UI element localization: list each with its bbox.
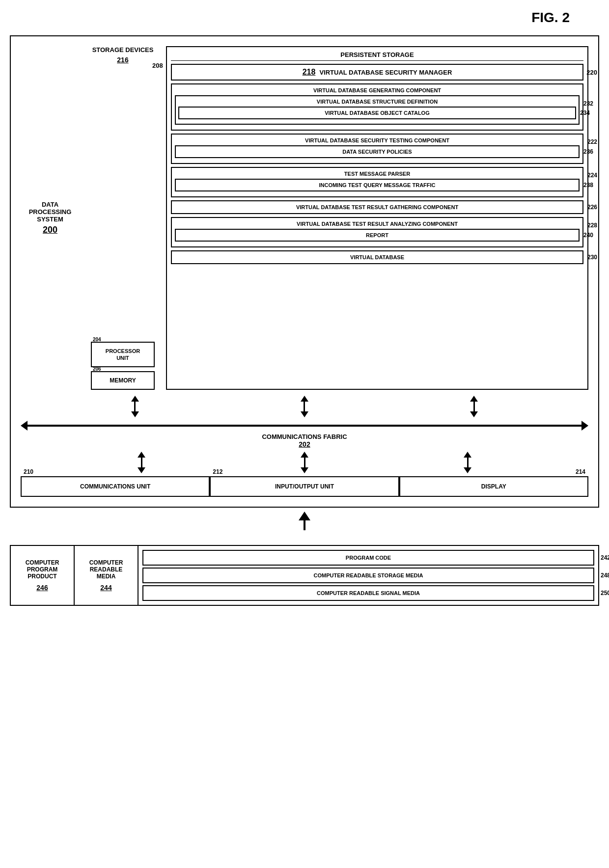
ref-248: 248 — [601, 572, 609, 579]
bottom-connector — [10, 512, 599, 530]
virtual-database-box: VIRTUAL DATABASE 230 — [171, 250, 583, 264]
memory-label: MEMORY — [110, 377, 136, 384]
vert-arrows-row — [21, 395, 588, 418]
virtual-database-label: VIRTUAL DATABASE — [175, 254, 580, 260]
processor-unit-label: PROCESSOR UNIT — [106, 348, 140, 361]
vert-arrows-bottom — [21, 451, 588, 474]
report-label: REPORT — [178, 232, 576, 238]
structure-definition-box: VIRTUAL DATABASE STRUCTURE DEFINITION VI… — [175, 95, 580, 125]
test-result-gathering-box: VIRTUAL DATABASE TEST RESULT GATHERING C… — [171, 200, 583, 214]
incoming-test-query-label: INCOMING TEST QUERY MESSAGE TRAFFIC — [178, 182, 576, 188]
test-result-gathering-label: VIRTUAL DATABASE TEST RESULT GATHERING C… — [175, 204, 580, 210]
ref-230: 230 — [587, 254, 597, 261]
crsm-label: COMPUTER READABLE STORAGE MEDIA — [314, 572, 423, 578]
object-catalog-label: VIRTUAL DATABASE OBJECT CATALOG — [182, 110, 573, 116]
ref-208: 208 — [152, 62, 163, 69]
main-content-area: DATA PROCESSING SYSTEM 200 STORAGE DEVIC… — [21, 46, 588, 390]
display-ref: 214 — [576, 468, 585, 475]
data-processing-label: DATA PROCESSING SYSTEM 200 — [21, 201, 80, 235]
processor-unit-ref: 204 — [93, 337, 101, 342]
cpp-middle-panel: COMPUTER READABLE MEDIA 244 — [75, 546, 138, 605]
persistent-storage-title: PERSISTENT STORAGE — [171, 51, 583, 61]
comm-unit-ref: 210 — [24, 468, 33, 475]
io-unit-box: 212 INPUT/OUTPUT UNIT — [210, 476, 399, 497]
cr-signal-media-box: COMPUTER READABLE SIGNAL MEDIA 250 — [142, 585, 594, 601]
incoming-test-query-box: INCOMING TEST QUERY MESSAGE TRAFFIC 238 — [175, 179, 580, 191]
comm-unit-box: 210 COMMUNICATIONS UNIT — [21, 476, 210, 497]
comm-unit-label: COMMUNICATIONS UNIT — [80, 483, 150, 490]
cpp-outer-box: COMPUTER PROGRAM PRODUCT 246 COMPUTER RE… — [10, 545, 599, 606]
ref-242: 242 — [601, 554, 609, 561]
object-catalog-box: VIRTUAL DATABASE OBJECT CATALOG 234 — [178, 107, 576, 119]
security-testing-label: VIRTUAL DATABASE SECURITY TESTING COMPON… — [175, 137, 580, 143]
test-message-parser-box: TEST MESSAGE PARSER INCOMING TEST QUERY … — [171, 167, 583, 197]
crm-ref: 244 — [100, 584, 111, 592]
comm-fabric-region: COMMUNICATIONS FABRIC 202 — [21, 395, 588, 497]
storage-devices-label: STORAGE DEVICES — [92, 46, 154, 54]
vert-arrow-3 — [470, 396, 478, 417]
dps-ref: 200 — [21, 225, 80, 235]
ref-234: 234 — [580, 109, 590, 116]
program-code-box: PROGRAM CODE 242 — [142, 550, 594, 566]
bottom-units-row: 210 COMMUNICATIONS UNIT 212 INPUT/OUTPUT… — [21, 476, 588, 497]
processor-unit-box: 204 PROCESSOR UNIT — [91, 342, 155, 367]
ref-250: 250 — [601, 590, 609, 597]
comm-fabric-arrow — [21, 421, 588, 431]
ref-228: 228 — [587, 222, 597, 229]
data-security-label: DATA SECURITY POLICIES — [178, 149, 576, 155]
ref-236: 236 — [583, 148, 593, 155]
security-manager-box: 218 VIRTUAL DATABASE SECURITY MANAGER 22… — [171, 64, 583, 81]
generating-component-box: VIRTUAL DATABASE GENERATING COMPONENT VI… — [171, 83, 583, 131]
dps-text: DATA PROCESSING SYSTEM — [29, 201, 72, 223]
memory-ref: 206 — [93, 366, 101, 372]
persistent-storage-area: PERSISTENT STORAGE 208 218 VIRTUAL DATAB… — [166, 46, 588, 390]
comm-fabric-label: COMMUNICATIONS FABRIC — [21, 433, 588, 440]
ref-232: 232 — [583, 100, 593, 107]
comm-fabric-label-block: COMMUNICATIONS FABRIC 202 — [21, 433, 588, 448]
page: FIG. 2 DATA PROCESSING SYSTEM 200 STORAG… — [10, 10, 599, 606]
structure-def-label: VIRTUAL DATABASE STRUCTURE DEFINITION — [178, 99, 576, 105]
cpp-label: COMPUTER PROGRAM PRODUCT — [17, 559, 68, 580]
security-testing-box: VIRTUAL DATABASE SECURITY TESTING COMPON… — [171, 134, 583, 164]
display-label: DISPLAY — [481, 483, 506, 490]
memory-box: 206 MEMORY — [91, 371, 155, 390]
test-result-analyzing-label: VIRTUAL DATABASE TEST RESULT ANALYZING C… — [175, 221, 580, 227]
io-unit-label: INPUT/OUTPUT UNIT — [275, 483, 334, 490]
ref-218: 218 — [303, 68, 316, 77]
storage-devices-ref: 216 — [117, 56, 128, 64]
fig-title: FIG. 2 — [10, 10, 599, 26]
comm-fabric-ref: 202 — [21, 440, 588, 448]
vert-arrow-bottom-2 — [301, 452, 308, 473]
ref-240: 240 — [583, 232, 593, 239]
cpp-ref: 246 — [36, 584, 48, 592]
ref-238: 238 — [583, 182, 593, 189]
generating-component-label: VIRTUAL DATABASE GENERATING COMPONENT — [175, 87, 580, 93]
vert-arrow-2 — [301, 396, 308, 417]
display-box: 214 DISPLAY — [399, 476, 588, 497]
test-message-parser-label: TEST MESSAGE PARSER — [175, 171, 580, 177]
program-code-label: PROGRAM CODE — [346, 555, 391, 561]
cpp-right-panel: PROGRAM CODE 242 COMPUTER READABLE STORA… — [138, 546, 598, 605]
ref-226: 226 — [587, 204, 597, 211]
vert-arrow-bottom-1 — [138, 452, 145, 473]
test-result-analyzing-box: VIRTUAL DATABASE TEST RESULT ANALYZING C… — [171, 217, 583, 247]
ref-222: 222 — [587, 138, 597, 145]
crsigm-label: COMPUTER READABLE SIGNAL MEDIA — [317, 590, 420, 596]
cr-storage-media-box: COMPUTER READABLE STORAGE MEDIA 248 — [142, 568, 594, 583]
data-processing-system-label-area: DATA PROCESSING SYSTEM 200 — [21, 46, 80, 390]
security-manager-label: VIRTUAL DATABASE SECURITY MANAGER — [319, 69, 452, 76]
report-box: REPORT 240 — [175, 229, 580, 242]
data-security-policies-box: DATA SECURITY POLICIES 236 — [175, 145, 580, 158]
ref-224: 224 — [587, 172, 597, 179]
io-unit-ref: 212 — [213, 468, 222, 475]
outer-system-box: DATA PROCESSING SYSTEM 200 STORAGE DEVIC… — [10, 35, 599, 508]
crm-label: COMPUTER READABLE MEDIA — [81, 559, 132, 580]
ref-220: 220 — [586, 69, 597, 76]
vert-arrow-1 — [131, 396, 139, 417]
middle-column: STORAGE DEVICES 216 204 PROCESSOR UNIT 2… — [83, 46, 162, 390]
vert-arrow-bottom-3 — [464, 452, 471, 473]
cpp-left-panel: COMPUTER PROGRAM PRODUCT 246 — [11, 546, 75, 605]
